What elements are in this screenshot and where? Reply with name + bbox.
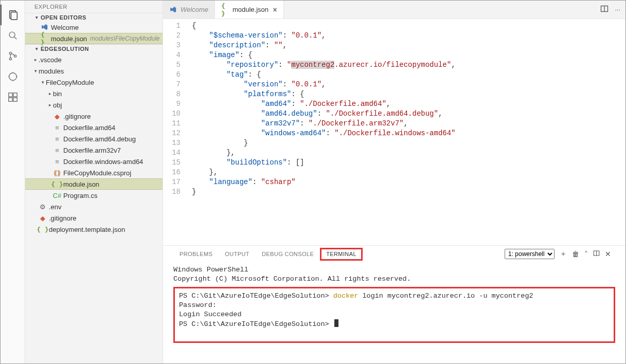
close-icon[interactable]: ×: [273, 5, 277, 14]
terminal-line: Windows PowerShell: [173, 265, 615, 275]
chevron-down-icon: ▾: [34, 15, 40, 20]
panel-tab-terminal[interactable]: TERMINAL: [320, 248, 363, 261]
new-terminal-icon[interactable]: ＋: [560, 249, 567, 259]
terminal-select[interactable]: 1: powershell: [505, 249, 555, 259]
svg-rect-12: [13, 98, 16, 101]
tab-welcome[interactable]: Welcome: [163, 1, 215, 19]
close-panel-icon[interactable]: ✕: [605, 250, 611, 258]
workspace-header[interactable]: ▾EDGESOLUTION: [25, 44, 163, 53]
split-editor-icon[interactable]: [600, 5, 609, 14]
chevron-down-icon: ▾: [32, 68, 39, 74]
json-icon: { }: [41, 34, 49, 43]
git-icon: ◆: [53, 112, 61, 120]
open-editor-module-json[interactable]: { } module.json modules\FileCopyModule: [25, 33, 163, 44]
tree-file-env[interactable]: ⚙.env: [25, 201, 163, 212]
tree-folder-bin[interactable]: ▸bin: [25, 88, 163, 99]
json-icon: { }: [53, 180, 61, 188]
panel-tabs: PROBLEMS OUTPUT DEBUG CONSOLE TERMINAL 1…: [163, 246, 625, 262]
chevron-right-icon: ▸: [47, 102, 53, 107]
terminal-line: Login Succeeded: [179, 310, 610, 319]
open-editors-header[interactable]: ▾OPEN EDITORS: [25, 13, 163, 22]
chevron-down-icon: ▾: [40, 80, 46, 85]
open-editor-label: module.json: [51, 35, 87, 43]
svg-point-4: [9, 52, 11, 54]
json-icon: { }: [221, 6, 229, 14]
tree-file-deployment-template[interactable]: { }deployment.template.json: [25, 224, 163, 235]
tab-module-json[interactable]: { } module.json ×: [215, 1, 284, 19]
explorer-sidebar: EXPLORER ▾OPEN EDITORS Welcome { } modul…: [25, 1, 163, 363]
svg-rect-1: [11, 12, 17, 20]
tree-folder-modules[interactable]: ▾modules: [25, 65, 163, 77]
terminal-line: Copyright (C) Microsoft Corporation. All…: [173, 275, 615, 284]
chevron-right-icon: ▸: [47, 91, 53, 96]
open-editor-hint: modules\FileCopyModule: [90, 35, 159, 42]
csproj-icon: ⟪⟫: [53, 169, 61, 177]
panel-tab-debug-console[interactable]: DEBUG CONSOLE: [256, 248, 320, 260]
chevron-right-icon: ▸: [32, 57, 39, 62]
terminal-cursor: [334, 319, 338, 327]
vscode-icon: [41, 23, 49, 31]
terminal-line: PS C:\Git\AzureIoTEdge\EdgeSolution>: [179, 319, 610, 329]
maximize-panel-icon[interactable]: [593, 250, 600, 258]
tree-file-csproj[interactable]: ⟪⟫FileCopyModule.csproj: [25, 167, 163, 178]
tree-folder-vscode[interactable]: ▸.vscode: [25, 54, 163, 65]
tree-file-gitignore[interactable]: ◆.gitignore: [25, 111, 163, 122]
open-editor-label: Welcome: [51, 24, 79, 31]
line-numbers: 123456789101112131415161718: [163, 21, 192, 245]
chevron-down-icon: ▾: [34, 46, 40, 51]
activity-scm-icon[interactable]: [1, 46, 25, 66]
file-icon: ≡: [53, 157, 61, 166]
file-tree: ▸.vscode ▾modules ▾FileCopyModule ▸bin ▸…: [25, 53, 163, 236]
svg-point-2: [9, 32, 15, 38]
terminal-line: PS C:\Git\AzureIoTEdge\EdgeSolution> doc…: [179, 292, 610, 301]
tree-file-dockerfile-arm32v7[interactable]: ≡Dockerfile.arm32v7: [25, 144, 163, 156]
svg-rect-9: [8, 93, 12, 97]
vscode-icon: [169, 6, 177, 14]
file-icon: ≡: [53, 123, 61, 132]
activity-search-icon[interactable]: [1, 25, 25, 46]
tree-file-gitignore-root[interactable]: ◆.gitignore: [25, 212, 163, 224]
terminal[interactable]: Windows PowerShell Copyright (C) Microso…: [163, 262, 625, 363]
panel-tab-problems[interactable]: PROBLEMS: [173, 248, 219, 260]
kill-terminal-icon[interactable]: 🗑: [572, 250, 579, 258]
activity-extensions-icon[interactable]: [1, 87, 25, 107]
open-editors-list: Welcome { } module.json modules\FileCopy…: [25, 22, 163, 44]
tree-file-dockerfile-amd64[interactable]: ≡Dockerfile.amd64: [25, 122, 163, 133]
more-actions-icon[interactable]: ···: [615, 6, 620, 13]
tree-folder-filecopymodule[interactable]: ▾FileCopyModule: [25, 77, 163, 88]
editor[interactable]: 123456789101112131415161718 { "$schema-v…: [163, 19, 625, 245]
file-icon: ≡: [53, 135, 61, 143]
editor-area: Welcome { } module.json × ··· 1234567891…: [163, 1, 625, 363]
git-icon: ◆: [39, 214, 47, 222]
tree-file-dockerfile-amd64-debug[interactable]: ≡Dockerfile.amd64.debug: [25, 133, 163, 144]
svg-point-5: [9, 58, 11, 60]
svg-line-3: [14, 37, 16, 40]
terminal-line: Password:: [179, 301, 610, 310]
gear-icon: ⚙: [39, 203, 47, 211]
activity-debug-icon[interactable]: [1, 66, 25, 87]
code-content[interactable]: { "$schema-version": "0.0.1", "descripti…: [192, 21, 625, 245]
activity-explorer-icon[interactable]: [1, 5, 25, 25]
svg-rect-11: [8, 98, 12, 101]
tree-file-module-json[interactable]: { }module.json: [25, 178, 163, 190]
panel-up-icon[interactable]: ˄: [584, 250, 588, 258]
panel-tab-output[interactable]: OUTPUT: [219, 248, 256, 260]
activity-bar: [1, 1, 25, 363]
json-icon: { }: [39, 225, 47, 233]
terminal-highlighted-block: PS C:\Git\AzureIoTEdge\EdgeSolution> doc…: [173, 287, 615, 343]
csharp-icon: C#: [53, 191, 61, 199]
bottom-panel: PROBLEMS OUTPUT DEBUG CONSOLE TERMINAL 1…: [163, 245, 625, 363]
file-icon: ≡: [53, 146, 61, 154]
tree-folder-obj[interactable]: ▸obj: [25, 99, 163, 111]
svg-rect-10: [13, 93, 16, 97]
sidebar-title: EXPLORER: [25, 1, 163, 13]
tree-file-dockerfile-windows-amd64[interactable]: ≡Dockerfile.windows-amd64: [25, 156, 163, 167]
editor-tabbar: Welcome { } module.json × ···: [163, 1, 625, 19]
tree-file-program-cs[interactable]: C#Program.cs: [25, 190, 163, 201]
